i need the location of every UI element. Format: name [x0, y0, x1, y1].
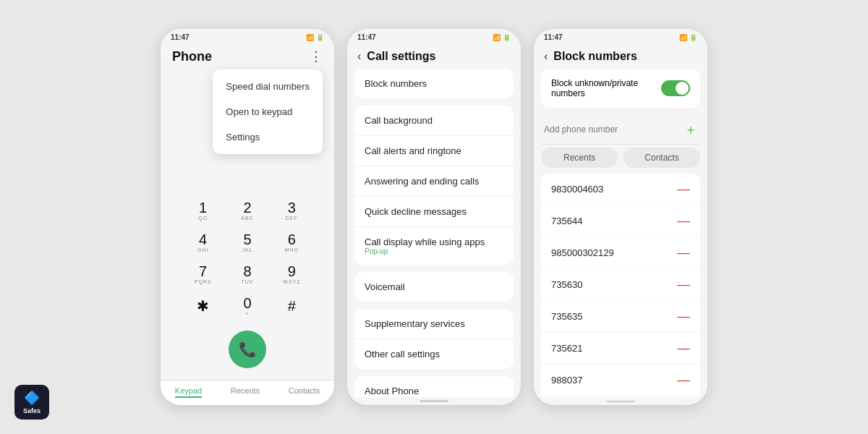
card-block-numbers: Block numbers — [354, 69, 514, 98]
phone-title: Phone — [172, 49, 212, 64]
card-about-phone: About Phone — [354, 376, 514, 397]
key-3[interactable]: 3DEF — [271, 196, 312, 225]
blocked-number-3: 735630 — [551, 279, 582, 290]
call-settings-title: Call settings — [367, 50, 435, 63]
toggle-knob — [676, 82, 689, 95]
dropdown-speed-dial[interactable]: Speed dial numbers — [213, 74, 323, 99]
key-4[interactable]: 4GHI — [182, 228, 224, 257]
safes-icon: 🔷 — [24, 390, 40, 406]
remove-btn-5[interactable]: — — [677, 341, 690, 356]
setting-call-background[interactable]: Call background — [354, 106, 514, 136]
panel-block-numbers: 11:47 📶 🔋 ‹ Block numbers Block unknown/… — [534, 29, 707, 405]
status-time-3: 11:47 — [544, 33, 563, 41]
remove-btn-0[interactable]: — — [677, 182, 690, 197]
status-icons-1: 📶 🔋 — [306, 34, 324, 41]
blocked-number-0: 9830004603 — [551, 184, 603, 195]
blocked-item-3: 735630 — — [541, 269, 700, 301]
blocked-item-4: 735635 — — [541, 301, 700, 333]
panel1-header: Phone ⋮ — [161, 44, 334, 67]
blocked-item-0: 9830004603 — — [541, 174, 700, 205]
status-time-2: 11:47 — [357, 33, 376, 41]
blocked-number-6: 988037 — [551, 375, 582, 386]
tab-keypad-label: Keypad — [175, 386, 202, 395]
panel2-header: ‹ Call settings — [347, 44, 521, 69]
tab-contacts-block[interactable]: Contacts — [624, 148, 700, 168]
main-container: 11:47 📶 🔋 Phone ⋮ Speed dial numbers Ope… — [0, 14, 868, 420]
call-button[interactable]: 📞 — [229, 331, 266, 368]
remove-btn-4[interactable]: — — [677, 309, 690, 324]
setting-block-numbers[interactable]: Block numbers — [354, 69, 514, 98]
safes-label: Safes — [23, 407, 41, 414]
dropdown-open-keypad[interactable]: Open to keypad — [213, 99, 323, 124]
panel3-header: ‹ Block numbers — [534, 44, 707, 69]
tab-recents-label: Recents — [231, 386, 260, 395]
key-2[interactable]: 2ABC — [226, 196, 268, 225]
keypad-grid: 1QO 2ABC 3DEF 4GHI 5JKL 6MNO 7PQRS 8TUV … — [182, 196, 312, 320]
setting-quick-decline[interactable]: Quick decline messages — [354, 197, 514, 227]
remove-btn-2[interactable]: — — [677, 245, 690, 260]
back-arrow-3[interactable]: ‹ — [544, 50, 548, 63]
blocked-item-5: 735621 — — [541, 333, 700, 365]
blocked-item-1: 735644 — — [541, 205, 700, 237]
remove-btn-3[interactable]: — — [677, 277, 690, 292]
key-8[interactable]: 8TUV — [226, 260, 268, 289]
key-1[interactable]: 1QO — [182, 196, 224, 225]
blocked-number-2: 985000302129 — [551, 247, 614, 258]
dropdown-settings[interactable]: Settings — [213, 124, 323, 150]
status-bar-2: 11:47 📶 🔋 — [347, 29, 521, 44]
key-0[interactable]: 0+ — [226, 292, 268, 320]
blocked-numbers-list: 9830004603 — 735644 — 985000302129 — 735… — [541, 174, 700, 398]
back-arrow-2[interactable]: ‹ — [357, 50, 361, 63]
status-bar-3: 11:47 📶 🔋 — [534, 29, 707, 44]
blocked-item-7: +989901817866 — — [541, 396, 700, 398]
status-time-1: 11:47 — [171, 33, 190, 41]
setting-other-call[interactable]: Other call settings — [354, 339, 514, 369]
recents-contacts-tabs: Recents Contacts — [541, 148, 700, 168]
key-6[interactable]: 6MNO — [271, 228, 312, 257]
blocked-item-2: 985000302129 — — [541, 237, 700, 269]
status-icons-3: 📶 🔋 — [679, 34, 697, 41]
block-numbers-title: Block numbers — [553, 50, 637, 63]
setting-supplementary[interactable]: Supplementary services — [354, 309, 514, 339]
tab-keypad[interactable]: Keypad — [175, 386, 202, 398]
blocked-item-6: 988037 — — [541, 365, 700, 396]
bottom-tabs: Keypad Recents Contacts — [161, 380, 334, 405]
add-number-input[interactable] — [544, 124, 684, 135]
setting-call-alerts[interactable]: Call alerts and ringtone — [354, 136, 514, 166]
key-9[interactable]: 9WXYZ — [271, 260, 312, 289]
setting-call-display[interactable]: Call display while using apps Pop-up — [354, 227, 514, 265]
key-7[interactable]: 7PQRS — [182, 260, 224, 289]
add-number-row: ＋ — [541, 115, 700, 145]
tab-contacts[interactable]: Contacts — [289, 386, 320, 398]
call-icon: 📞 — [239, 341, 257, 358]
tab-recents-block[interactable]: Recents — [541, 148, 618, 168]
setting-answering-ending[interactable]: Answering and ending calls — [354, 166, 514, 197]
key-5[interactable]: 5JKL — [226, 228, 268, 257]
menu-icon[interactable]: ⋮ — [310, 48, 323, 64]
key-star[interactable]: ✱ — [182, 292, 224, 320]
add-number-plus-icon[interactable]: ＋ — [684, 121, 697, 138]
block-unknown-toggle[interactable] — [661, 80, 690, 96]
panel-call-settings: 11:47 📶 🔋 ‹ Call settings Block numbers … — [347, 29, 521, 405]
tab-recents[interactable]: Recents — [231, 386, 260, 398]
tab-contacts-label: Contacts — [289, 386, 320, 395]
scrollbar-2 — [420, 400, 448, 402]
card-supplementary: Supplementary services Other call settin… — [354, 309, 514, 369]
blocked-number-1: 735644 — [551, 216, 582, 226]
status-icons-2: 📶 🔋 — [493, 34, 511, 41]
blocked-number-4: 735635 — [551, 311, 582, 322]
call-settings-content: Block numbers Call background Call alert… — [347, 69, 521, 397]
card-voicemail: Voicemail — [354, 272, 514, 302]
safes-logo: 🔷 Safes — [14, 385, 49, 420]
phone-dropdown-menu: Speed dial numbers Open to keypad Settin… — [213, 69, 323, 154]
blocked-number-5: 735621 — [551, 343, 582, 354]
setting-about-phone[interactable]: About Phone — [354, 376, 514, 397]
key-hash[interactable]: # — [271, 292, 312, 320]
remove-btn-6[interactable]: — — [677, 373, 690, 388]
block-unknown-row: Block unknown/private numbers — [541, 69, 700, 108]
card-call-options: Call background Call alerts and ringtone… — [354, 106, 514, 265]
scrollbar-3 — [606, 401, 635, 402]
status-bar-1: 11:47 📶 🔋 — [161, 29, 334, 44]
remove-btn-1[interactable]: — — [677, 213, 690, 229]
setting-voicemail[interactable]: Voicemail — [354, 272, 514, 302]
